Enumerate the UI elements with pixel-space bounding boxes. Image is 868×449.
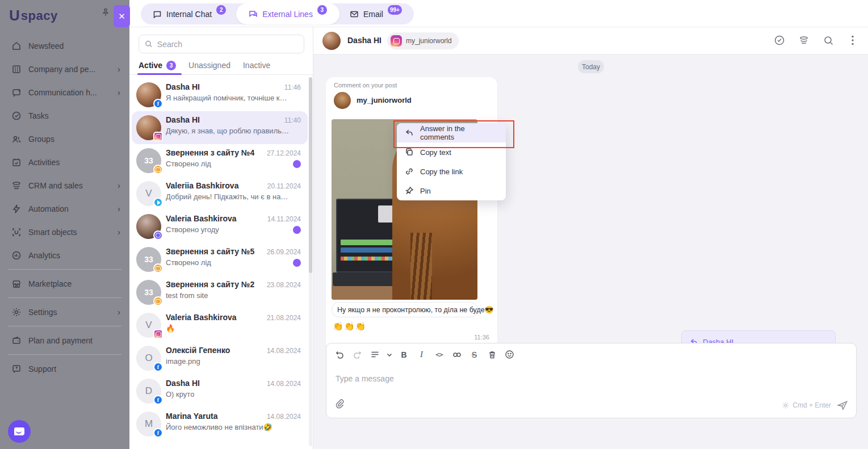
unread-badge: 3 bbox=[317, 5, 327, 15]
reply-arrow-icon bbox=[405, 128, 414, 137]
site-form-badge-icon bbox=[153, 165, 163, 174]
sidebar-item-groups[interactable]: Groups bbox=[0, 127, 129, 150]
avatar: 33 bbox=[136, 148, 161, 173]
envelope-icon bbox=[350, 10, 359, 19]
conversation-item[interactable]: f Dasha HI11:46 Я найкращий помічник, то… bbox=[132, 78, 308, 111]
tab-unassigned[interactable]: Unassigned bbox=[188, 61, 230, 70]
copy-icon bbox=[405, 148, 414, 157]
channel-tabs: Internal Chat 2 External Lines 3 Email 9… bbox=[141, 3, 414, 24]
sidebar-item-marketplace[interactable]: Marketplace bbox=[0, 272, 129, 295]
menu-item-copy-text[interactable]: Copy text bbox=[397, 142, 506, 162]
double-chat-bubble-icon bbox=[249, 10, 258, 19]
post-author-username: my_juniorworld bbox=[357, 96, 412, 104]
conversation-item[interactable]: V Valeriia Bashkirova20.11.2024 Добрий д… bbox=[132, 177, 308, 210]
menu-item-answer-in-comments[interactable]: Answer in the comments bbox=[397, 123, 506, 142]
conversation-item[interactable]: Valeria Bashkirova14.11.2024 Створено уг… bbox=[132, 210, 308, 243]
home-icon bbox=[11, 41, 22, 51]
conversation-item[interactable]: V Valeria Bashkirova21.08.2024 🔥 bbox=[132, 309, 308, 342]
chevron-right-icon: › bbox=[118, 87, 120, 97]
format-dropdown-button[interactable] bbox=[385, 347, 394, 362]
gear-icon bbox=[782, 401, 790, 409]
close-icon: ✕ bbox=[118, 11, 125, 22]
conversation-item[interactable]: 33 Звернення з сайту №526.09.2024 Створе… bbox=[132, 243, 308, 276]
unread-badge: 2 bbox=[216, 5, 226, 15]
reaction-emojis: 👏👏👏 bbox=[333, 321, 366, 331]
conversation-item-selected[interactable]: Dasha HI11:40 Дякую, я знав, що роблю пр… bbox=[132, 111, 308, 144]
tab-internal-chat[interactable]: Internal Chat 2 bbox=[142, 5, 236, 23]
redo-icon bbox=[353, 350, 362, 359]
instagram-badge-icon bbox=[153, 132, 163, 141]
facebook-badge-icon: f bbox=[153, 362, 163, 372]
send-button[interactable] bbox=[837, 400, 848, 411]
conversation-item[interactable]: Of Олексій Гепенко14.08.2024 image.png bbox=[132, 342, 308, 375]
sidebar-item-newsfeed[interactable]: Newsfeed bbox=[0, 34, 129, 57]
menu-item-copy-link[interactable]: Copy the link bbox=[397, 162, 506, 181]
strikethrough-button[interactable]: S bbox=[467, 347, 482, 362]
unread-dot bbox=[293, 259, 301, 267]
message-input[interactable] bbox=[336, 371, 835, 387]
attach-file-button[interactable] bbox=[334, 398, 345, 411]
text-align-button[interactable] bbox=[367, 347, 383, 362]
sidebar-item-settings[interactable]: Settings › bbox=[0, 300, 129, 324]
mark-done-button[interactable] bbox=[773, 34, 786, 47]
sidebar-item-smart-objects[interactable]: Smart objects › bbox=[0, 220, 129, 244]
tab-external-lines[interactable]: External Lines 3 bbox=[236, 3, 339, 24]
tab-active[interactable]: Active 3 bbox=[139, 61, 176, 70]
pin-sidebar-icon[interactable] bbox=[101, 8, 110, 19]
tab-inactive[interactable]: Inactive bbox=[243, 61, 270, 70]
site-form-badge-icon bbox=[153, 296, 163, 306]
sidebar-item-support[interactable]: Support bbox=[0, 357, 129, 380]
sidebar-item-tasks[interactable]: Tasks bbox=[0, 104, 129, 127]
calendar-check-icon bbox=[11, 157, 22, 167]
scrollbar-thumb[interactable] bbox=[309, 77, 312, 273]
sidebar-item-analytics[interactable]: Analytics bbox=[0, 244, 129, 267]
storefront-icon bbox=[11, 279, 22, 289]
close-panel-button[interactable]: ✕ bbox=[114, 5, 130, 27]
undo-button[interactable] bbox=[332, 347, 347, 362]
tab-email[interactable]: Email 99+ bbox=[339, 5, 412, 23]
message-card: Comment on your post my_juniorworld Ну я… bbox=[326, 77, 497, 350]
formatting-toolbar: B I <> S bbox=[332, 347, 517, 362]
sidebar-item-plan-payment[interactable]: Plan and payment bbox=[0, 329, 129, 352]
emoji-button[interactable] bbox=[502, 347, 517, 362]
redo-button[interactable] bbox=[350, 347, 365, 362]
telegram-badge-icon bbox=[153, 198, 163, 207]
avatar: f bbox=[136, 82, 161, 107]
sidebar-item-activities[interactable]: Activities bbox=[0, 150, 129, 174]
code-button[interactable]: <> bbox=[431, 347, 447, 362]
italic-button[interactable]: I bbox=[414, 347, 429, 362]
uspacy-logo: Uspacy bbox=[9, 7, 58, 24]
sidebar-item-automation[interactable]: Automation › bbox=[0, 197, 129, 220]
more-menu-button[interactable] bbox=[846, 34, 859, 47]
sidebar-item-company[interactable]: Company and pe... › bbox=[0, 57, 129, 81]
conversation-list-panel: Active 3 Unassigned Inactive f Dasha HI1… bbox=[129, 27, 313, 449]
conversation-item[interactable]: Df Dasha HI14.08.2024 О) круто bbox=[132, 375, 308, 408]
support-chat-bubble-button[interactable] bbox=[8, 420, 31, 443]
bold-button[interactable]: B bbox=[396, 347, 412, 362]
comment-text-bubble: Ну якщо я не проконтролюю, то діла не бу… bbox=[332, 302, 478, 317]
chat-bubble-icon bbox=[14, 427, 24, 435]
insert-link-button[interactable] bbox=[449, 347, 464, 362]
kebab-menu-icon bbox=[852, 35, 854, 45]
conversation-item[interactable]: 33 Звернення з сайту №427.12.2024 Створе… bbox=[132, 144, 308, 177]
sidebar-item-crm[interactable]: CRM and sales › bbox=[0, 174, 129, 197]
search-box[interactable] bbox=[139, 35, 304, 53]
channel-chip[interactable]: my_juniorworld bbox=[387, 32, 459, 49]
chat-area: Dasha HI my_juniorworld Today Comment on… bbox=[313, 27, 868, 449]
chevron-right-icon: › bbox=[118, 181, 120, 190]
active-tab-underline bbox=[137, 73, 182, 75]
paperclip-icon bbox=[334, 398, 345, 409]
clear-formatting-button[interactable] bbox=[484, 347, 500, 362]
menu-item-pin[interactable]: Pin bbox=[397, 181, 506, 200]
conversation-item[interactable]: Mf Marina Yaruta14.08.2024 Його неможлив… bbox=[132, 408, 308, 440]
conversation-item[interactable]: 33 Звернення з сайту №223.08.2024 test f… bbox=[132, 276, 308, 309]
chat-header: Dasha HI my_juniorworld bbox=[313, 27, 868, 54]
sidebar-item-communication-hub[interactable]: Communication h... › bbox=[0, 81, 129, 104]
funnel-button[interactable] bbox=[798, 34, 810, 47]
trash-icon bbox=[488, 350, 497, 359]
instagram-icon bbox=[391, 35, 402, 47]
search-input[interactable] bbox=[157, 40, 298, 49]
avatar[interactable] bbox=[322, 32, 341, 50]
search-in-chat-button[interactable] bbox=[822, 34, 835, 47]
avatar bbox=[136, 115, 161, 140]
